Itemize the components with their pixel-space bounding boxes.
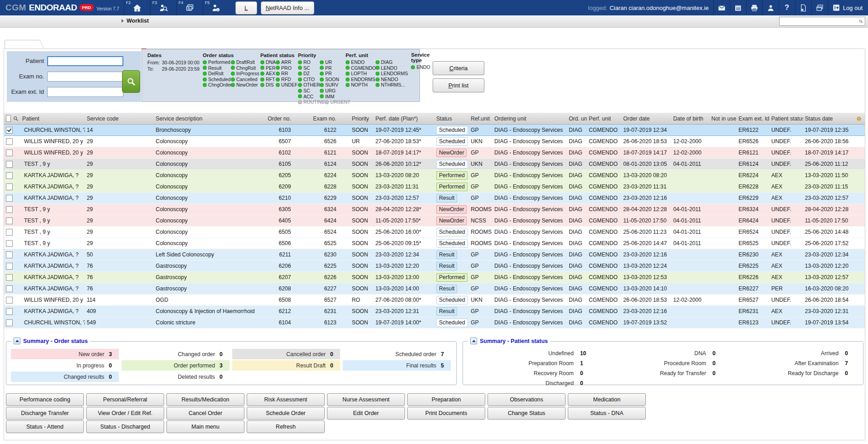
row-checkbox[interactable] [6, 251, 13, 258]
column-header-perf-date-plan-[interactable]: Perf. date (Plan*) [374, 113, 434, 125]
user-icon-button[interactable] [762, 0, 779, 15]
action-button-status-discharged[interactable]: Status - Discharged [86, 420, 164, 433]
select-all-header[interactable] [4, 113, 20, 125]
table-row[interactable]: TEST , 9 y29Colonoscopy65066525SOON25-06… [4, 238, 865, 249]
netraad-info-button[interactable]: NetRAAD Info ... [261, 1, 314, 14]
filter-option-dna[interactable]: DNA [260, 59, 276, 65]
action-button-schedule-order[interactable]: Schedule Order [247, 407, 325, 420]
action-button-results-medication[interactable]: Results/Medication [166, 393, 244, 406]
row-search-icon[interactable] [13, 116, 19, 121]
filter-option-endo[interactable]: ENDO [346, 59, 375, 65]
filter-option-lopth[interactable]: LOPTH [346, 71, 375, 77]
table-row[interactable]: KARTKA JADWIGA, ?50Left Sided Colonoscop… [4, 249, 865, 261]
filter-option-other[interactable]: OTHER [298, 82, 320, 88]
action-button-personal-referral[interactable]: Personal/Referral [86, 393, 164, 406]
breadcrumb[interactable]: Worklist [122, 18, 149, 24]
row-checkbox[interactable] [6, 161, 13, 168]
action-button-status-dna[interactable]: Status - DNA [568, 407, 646, 420]
action-button-refresh[interactable]: Refresh [247, 420, 325, 433]
filter-option-arr[interactable]: ARR [276, 59, 297, 65]
table-row[interactable]: KARTKA JADWIGA, ?29Colonoscopy62096228SO… [4, 181, 865, 193]
filter-option-dz[interactable]: DZ [298, 71, 320, 77]
column-header-ref-unit[interactable]: Ref.unit [469, 113, 493, 125]
collapse-toggle[interactable] [14, 338, 20, 344]
filter-option-chngorder[interactable]: ChngOrder [203, 82, 231, 88]
filter-option-ro[interactable]: RO [298, 59, 320, 65]
patient-input[interactable] [47, 56, 123, 66]
calendar-icon-button[interactable] [730, 0, 746, 15]
filter-option-dis[interactable]: DIS [260, 82, 276, 88]
exam-no-input[interactable] [47, 72, 123, 82]
table-row[interactable]: TEST , 9 y29Colonoscopy64056424SOON11-05… [4, 215, 865, 227]
column-header-priority[interactable]: Priority [350, 113, 374, 125]
row-checkbox[interactable] [6, 195, 13, 202]
settings-doc-icon-button[interactable] [795, 0, 811, 15]
filter-option-endorms[interactable]: ENDORMS [346, 77, 375, 82]
column-header-patient-status[interactable]: Patient status [770, 113, 803, 125]
fkey-f3-button[interactable]: F3 [150, 0, 176, 15]
column-header-ordering-unit[interactable]: Ordering unit [493, 113, 567, 125]
search-button[interactable] [122, 70, 140, 93]
column-header-order-no-[interactable]: Order no. [255, 113, 305, 125]
filter-option-rr[interactable]: RR [276, 71, 297, 77]
logout-button[interactable]: Log out [828, 0, 868, 15]
l-shortcut-button[interactable]: L [235, 1, 257, 14]
filter-option-cancelled[interactable]: Cancelled [231, 77, 259, 82]
filter-option-draftrslt[interactable]: DraftRslt [231, 59, 259, 65]
filter-option-lendo[interactable]: LENDO [375, 65, 408, 71]
row-checkbox[interactable] [6, 274, 13, 281]
table-row[interactable]: KARTKA JADWIGA, ?76Gastroscopy62066225SO… [4, 261, 865, 272]
filter-option-per[interactable]: PER [260, 65, 276, 71]
filter-option-lendorms[interactable]: LENDORMS [375, 71, 408, 77]
table-row[interactable]: TEST , 9 y29Colonoscopy61056124SOON26-06… [4, 159, 865, 170]
table-row[interactable]: KARTKA JADWIGA, ?409Colonoscopy & Inject… [4, 306, 865, 317]
fkey-f4-button[interactable]: F4 [176, 0, 203, 15]
filter-option-pr[interactable]: PR [320, 71, 339, 77]
filter-option-urg[interactable]: URG [320, 88, 339, 94]
row-checkbox[interactable] [6, 172, 13, 179]
column-header-patient[interactable]: Patient [20, 113, 85, 125]
table-row[interactable]: CHURCHIL WINSTON, ?549Colonic stricture6… [4, 317, 865, 328]
filter-option-rfd[interactable]: RFD [276, 77, 297, 82]
mail-icon-button[interactable] [713, 0, 730, 15]
row-checkbox[interactable] [6, 263, 13, 270]
column-settings-gear-icon[interactable] [856, 116, 862, 122]
filter-option-cgmendo[interactable]: CGMENDO [346, 65, 375, 71]
row-checkbox[interactable] [6, 229, 13, 236]
column-header-service-description[interactable]: Service description [154, 113, 254, 125]
filter-option-nthrms-[interactable]: NTHRMS... [375, 82, 408, 88]
filter-option-scheduled[interactable]: Scheduled [203, 77, 231, 82]
filter-option-chngrslt[interactable]: ChngRslt [231, 65, 259, 71]
column-header-status[interactable]: Status [434, 113, 469, 125]
filter-option-pr[interactable]: PR [320, 65, 339, 71]
filter-option-aex[interactable]: AEX [260, 71, 276, 77]
filter-option-ur[interactable]: UR [320, 59, 339, 65]
column-header-perf-unit[interactable]: Perf. unit [587, 113, 621, 125]
row-checkbox[interactable] [6, 285, 13, 292]
filter-option-nopth[interactable]: NOPTH [346, 82, 375, 88]
row-checkbox[interactable] [6, 183, 13, 190]
action-button-status-attend[interactable]: Status - Attend [6, 420, 84, 433]
action-button-edit-order[interactable]: Edit Order [327, 407, 405, 420]
filter-option-cito[interactable]: CITO [298, 77, 320, 82]
table-row[interactable]: CHURCHIL WINSTON, ?14Bronchoscopy6103612… [4, 125, 865, 136]
filter-option-diag[interactable]: DIAG [375, 59, 408, 65]
print-icon-button[interactable] [746, 0, 762, 15]
column-header-exam-no-[interactable]: Exam no. [305, 113, 350, 125]
print-list-button[interactable]: Print list [433, 78, 484, 92]
action-button-cancel-order[interactable]: Cancel Order [166, 407, 244, 420]
row-checkbox[interactable] [6, 150, 13, 156]
filter-option-neworder[interactable]: NewOrder [231, 82, 259, 88]
action-button-performance-coding[interactable]: Performance coding [6, 393, 84, 406]
filter-option-pro[interactable]: PRO [276, 65, 297, 71]
row-checkbox[interactable] [6, 240, 13, 247]
table-row[interactable]: WILLIS WINFRED, 20 y29Colonoscopy6102612… [4, 147, 865, 159]
select-all-checkbox[interactable] [6, 115, 11, 122]
filter-option-acc[interactable]: ACC [298, 94, 320, 100]
filter-option-endo[interactable]: ENDO [411, 64, 434, 70]
action-button-view-order-edit-ref-[interactable]: View Order / Edit Ref. [86, 407, 164, 420]
exam-ext-id-input[interactable] [47, 87, 123, 97]
filter-option-result[interactable]: Result [203, 65, 231, 71]
filter-option-nendo[interactable]: NENDO [375, 77, 408, 82]
filter-option-performed[interactable]: Performed [203, 59, 231, 65]
